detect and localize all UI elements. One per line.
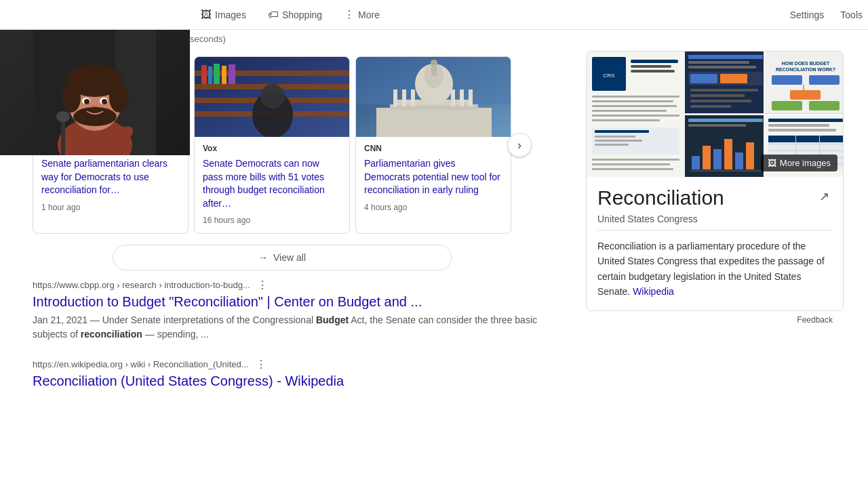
settings-link[interactable]: Settings	[785, 9, 830, 20]
card-title-2[interactable]: Parliamentarian gives Democrats potentia…	[364, 157, 502, 197]
card-title-1[interactable]: Senate Democrats can now pass more bills…	[203, 157, 341, 210]
svg-rect-62	[592, 96, 679, 98]
svg-rect-74	[592, 163, 670, 165]
kp-img-cell-1: HOW DOES BUDGET RECONCILIATION WORK?	[765, 52, 844, 114]
nav-shopping-label: Shopping	[282, 9, 322, 20]
result-more-icon-0[interactable]: ⋮	[257, 279, 268, 291]
svg-rect-92	[790, 90, 821, 100]
more-images-label: More images	[780, 158, 831, 168]
svg-rect-91	[809, 75, 840, 85]
url-breadcrumb-1: https://en.wikipedia.org › wiki › Reconc…	[33, 359, 249, 369]
svg-rect-81	[690, 74, 717, 83]
svg-rect-63	[592, 100, 673, 102]
svg-point-7	[62, 83, 81, 113]
svg-rect-112	[768, 144, 843, 144]
result-title-0[interactable]: Introduction to Budget "Reconciliation" …	[33, 293, 559, 310]
svg-rect-104	[746, 142, 754, 169]
svg-rect-49	[460, 89, 464, 106]
url-text-0: https://www.cbpp.org › research › introd…	[33, 280, 250, 290]
svg-rect-83	[690, 89, 758, 92]
svg-rect-78	[688, 61, 749, 64]
settings-tools: Settings Tools	[785, 9, 868, 20]
nav-item-more[interactable]: ⋮ More	[333, 0, 391, 29]
svg-text:HOW DOES BUDGET: HOW DOES BUDGET	[781, 61, 829, 66]
svg-rect-113	[768, 150, 843, 151]
svg-rect-15	[61, 118, 65, 155]
nav-item-shopping[interactable]: 🏷 Shopping	[257, 0, 333, 29]
svg-rect-99	[692, 156, 700, 169]
tools-link[interactable]: Tools	[835, 9, 868, 20]
svg-rect-46	[402, 89, 406, 106]
svg-rect-82	[720, 74, 747, 83]
kp-description: Reconciliation is a parliamentary proced…	[587, 230, 843, 310]
wikipedia-link-text: Wikipedia	[633, 286, 674, 297]
nav-item-images[interactable]: 🖼 Images	[190, 0, 257, 29]
svg-rect-108	[768, 124, 829, 127]
result-item-1: https://en.wikipedia.org › wiki › Reconc…	[33, 358, 559, 390]
kp-title: Reconciliation	[597, 186, 724, 209]
kp-title-row: Reconciliation ↗	[587, 177, 843, 214]
news-card-2: CNN Parliamentarian gives Democrats pote…	[355, 56, 511, 234]
svg-rect-66	[592, 115, 679, 117]
svg-text:CRS: CRS	[604, 73, 615, 79]
svg-rect-100	[703, 146, 711, 169]
more-icon: ⋮	[344, 8, 355, 21]
svg-point-12	[102, 99, 107, 104]
svg-point-8	[109, 83, 128, 113]
svg-rect-69	[595, 130, 649, 133]
card-source-2: CNN	[364, 144, 502, 153]
svg-rect-90	[772, 75, 802, 85]
search-results: https://www.cbpp.org › research › introd…	[33, 279, 559, 390]
card-image-1	[195, 57, 349, 137]
svg-rect-61	[631, 70, 675, 73]
top-nav: 🖼 Images 🏷 Shopping ⋮ More Settings Tool…	[0, 0, 868, 30]
svg-rect-84	[690, 94, 745, 97]
svg-rect-77	[688, 55, 763, 59]
svg-rect-34	[208, 66, 212, 84]
share-icon[interactable]: ↗	[816, 186, 832, 207]
news-card-1: Vox Senate Democrats can now pass more b…	[194, 56, 350, 234]
right-column: CRS	[586, 51, 844, 406]
svg-rect-42	[376, 108, 492, 137]
result-title-1[interactable]: Reconciliation (United States Congress) …	[33, 372, 559, 390]
feedback-link[interactable]: Feedback	[586, 311, 844, 330]
svg-rect-102	[724, 139, 732, 169]
url-breadcrumb-0: https://www.cbpp.org › research › introd…	[33, 280, 250, 290]
more-images-button[interactable]: 🖼 More images	[761, 155, 837, 171]
wikipedia-link[interactable]: Wikipedia	[633, 286, 674, 297]
svg-rect-103	[735, 152, 743, 169]
view-all-arrow-icon: →	[258, 252, 268, 263]
kp-img-cell-0	[685, 52, 764, 114]
svg-rect-70	[595, 136, 635, 138]
next-button[interactable]: ›	[507, 133, 532, 157]
svg-point-11	[84, 99, 90, 104]
svg-rect-73	[592, 159, 679, 161]
result-url-1: https://en.wikipedia.org › wiki › Reconc…	[33, 358, 559, 371]
svg-rect-95	[809, 101, 840, 110]
card-title-0[interactable]: Senate parliamentarian clears way for De…	[41, 157, 180, 197]
svg-rect-97	[688, 119, 763, 122]
webcam-overlay	[0, 30, 190, 155]
result-more-icon-1[interactable]: ⋮	[256, 358, 267, 371]
card-source-label-1: Vox	[203, 144, 217, 153]
shopping-icon: 🏷	[268, 9, 279, 21]
svg-rect-33	[201, 65, 207, 84]
svg-rect-79	[688, 66, 756, 68]
svg-rect-86	[690, 105, 731, 108]
svg-rect-111	[768, 136, 843, 142]
svg-point-54	[431, 60, 437, 65]
svg-rect-94	[772, 101, 802, 110]
knowledge-panel: CRS	[586, 51, 844, 311]
svg-rect-47	[411, 89, 415, 106]
view-all-button[interactable]: → View all	[113, 245, 452, 270]
svg-rect-75	[592, 168, 673, 170]
results-info-text: seconds)	[190, 34, 226, 44]
svg-rect-107	[768, 119, 843, 122]
card-source-label-2: CNN	[364, 144, 382, 153]
svg-rect-45	[393, 89, 397, 106]
kp-description-text: Reconciliation is a parliamentary proced…	[597, 241, 825, 297]
svg-rect-71	[595, 140, 642, 142]
card-time-1: 16 hours ago	[203, 216, 341, 225]
more-images-icon: 🖼	[768, 158, 776, 168]
svg-rect-37	[229, 64, 235, 84]
